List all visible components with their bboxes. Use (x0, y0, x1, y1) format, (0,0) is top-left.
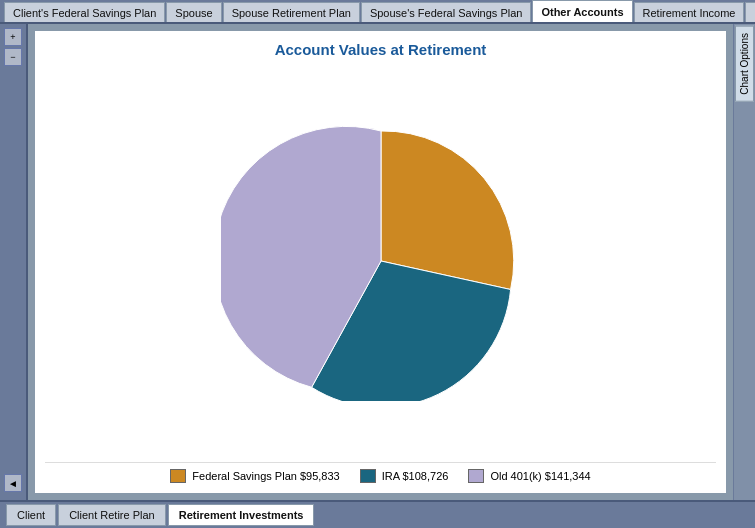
chart-container: Account Values at Retirement (34, 30, 727, 494)
top-tab-5[interactable]: Retirement Income (634, 2, 745, 22)
legend-label-ira: IRA $108,726 (382, 470, 449, 482)
legend-item-fsp: Federal Savings Plan $95,833 (170, 469, 339, 483)
legend-item-401k: Old 401(k) $141,344 (468, 469, 590, 483)
bottom-tab-0[interactable]: Client (6, 504, 56, 526)
bottom-tab-1[interactable]: Client Retire Plan (58, 504, 166, 526)
chart-title: Account Values at Retirement (275, 41, 487, 58)
main-area: + − ◄ Account Values at Retirement (0, 24, 755, 500)
top-tab-2[interactable]: Spouse Retirement Plan (223, 2, 360, 22)
top-tab-bar: Client's Federal Savings PlanSpouseSpous… (0, 0, 755, 24)
legend-label-fsp: Federal Savings Plan $95,833 (192, 470, 339, 482)
top-tab-1[interactable]: Spouse (166, 2, 221, 22)
legend-swatch-ira (360, 469, 376, 483)
bottom-tab-bar: ClientClient Retire PlanRetirement Inves… (0, 500, 755, 528)
legend-label-401k: Old 401(k) $141,344 (490, 470, 590, 482)
legend-swatch-401k (468, 469, 484, 483)
top-tab-4[interactable]: Other Accounts (532, 0, 632, 22)
pie-chart-area (221, 70, 541, 452)
sidebar-minus-btn[interactable]: − (4, 48, 22, 66)
legend-item-ira: IRA $108,726 (360, 469, 449, 483)
top-tab-0[interactable]: Client's Federal Savings Plan (4, 2, 165, 22)
legend-swatch-fsp (170, 469, 186, 483)
chart-legend: Federal Savings Plan $95,833 IRA $108,72… (45, 462, 716, 483)
left-sidebar: + − ◄ (0, 24, 28, 500)
top-tab-6[interactable]: Calcul... (745, 2, 755, 22)
pie-chart-svg (221, 121, 541, 401)
sidebar-arrow-btn[interactable]: ◄ (4, 474, 22, 492)
chart-options-button[interactable]: Chart Options (735, 26, 754, 102)
bottom-tab-2[interactable]: Retirement Investments (168, 504, 315, 526)
top-tab-3[interactable]: Spouse's Federal Savings Plan (361, 2, 532, 22)
right-panel: Chart Options (733, 24, 755, 500)
sidebar-plus-btn[interactable]: + (4, 28, 22, 46)
